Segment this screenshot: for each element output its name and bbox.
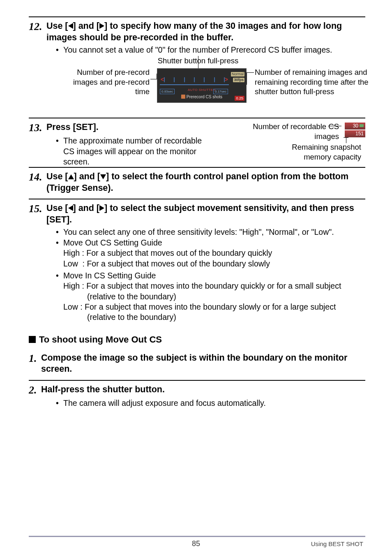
- time-right-box: 0.17sec: [213, 89, 228, 94]
- connector: [198, 56, 198, 69]
- step-title: Press [SET].: [46, 122, 99, 133]
- connector: [247, 72, 254, 73]
- step-title: Half-press the shutter button.: [41, 384, 357, 396]
- arrow-down-icon: [100, 174, 106, 179]
- t: ] and [: [73, 203, 100, 213]
- badge-cs-count: 30: [345, 123, 365, 130]
- connector: [150, 79, 157, 79]
- bullet-text: The approximate number of recordable CS …: [63, 136, 212, 167]
- bullet-text: Move Out CS Setting Guide: [63, 238, 365, 248]
- arrow-left-icon: [68, 23, 73, 29]
- badge-mem-remaining: 151: [345, 130, 365, 137]
- subsection-heading: To shoot using Move Out CS: [29, 334, 365, 345]
- subsection-title: To shoot using Move Out CS: [39, 334, 162, 345]
- prerecord-diagram: Shutter button full-press Number of pre-…: [29, 56, 365, 118]
- time-left-box: 0.83sec: [160, 89, 175, 94]
- red-badge: 0.25: [235, 96, 244, 101]
- chevron-left-icon: <: [161, 76, 164, 83]
- bullet-text: You cannot set a value of "0" for the nu…: [63, 45, 365, 55]
- arrow-up-icon: [68, 174, 74, 179]
- step-number: 14.: [29, 171, 42, 183]
- status-callout: 30 151 Number of recordable CS images Re…: [230, 122, 365, 163]
- arrow-left-icon: [68, 205, 73, 211]
- step-number: 2.: [29, 384, 37, 396]
- arrow-right-icon: [99, 205, 104, 211]
- setting-low: Low : For a subject that moves out of th…: [63, 259, 365, 269]
- badge-normal: Normal: [231, 72, 244, 76]
- setting-high: High : For a subject that moves into the…: [63, 281, 365, 302]
- t: ] and [: [74, 171, 101, 181]
- t: Use [: [46, 203, 68, 213]
- page-footer: 85 Using BEST SHOT: [0, 536, 392, 548]
- diagram-right-label: Number of remaining images and remaining…: [255, 67, 382, 96]
- bullet-dot: •: [56, 271, 63, 281]
- chevron-right-icon: >: [225, 76, 228, 83]
- bullet-text: The camera will adjust exposure and focu…: [63, 398, 365, 408]
- footer-section: Using BEST SHOT: [252, 540, 363, 547]
- page-number: 85: [140, 539, 251, 548]
- t: ] and [: [73, 21, 100, 31]
- bullet-dot: •: [56, 45, 63, 55]
- camera-icon: [360, 124, 364, 127]
- status-label-cs: Number of recordable CS images: [244, 122, 339, 141]
- step-title: Use [] and [] to specify how many of the…: [46, 21, 363, 43]
- bullet-text: Move In CS Setting Guide: [63, 271, 365, 281]
- step-number: 15.: [29, 203, 42, 215]
- arrow-right-icon: [99, 23, 104, 29]
- step-title: Use [] and [] to select the fourth contr…: [46, 171, 363, 194]
- badge-fps: 30fps: [233, 78, 244, 82]
- step-title: Use [] and [] to select the subject move…: [46, 203, 363, 225]
- t: Use [: [46, 21, 68, 31]
- bullet-dot: •: [56, 398, 63, 408]
- diagram-left-label: Number of pre-record images and pre-reco…: [58, 67, 150, 96]
- prerecord-label: Prerecord CS shots: [181, 95, 222, 99]
- bullet-dot: •: [56, 227, 63, 237]
- setting-low: Low : For a subject that moves into the …: [63, 302, 365, 323]
- camera-lcd-mock: < > Normal 30fps 0.83sec AUTO SHUTTER 0.…: [157, 68, 247, 103]
- square-bullet-icon: [29, 336, 36, 343]
- bullet-text: You can select any one of three sensitiv…: [63, 227, 365, 237]
- status-label-mem: Remaining snapshot memory capacity: [275, 142, 361, 161]
- bullet-dot: •: [56, 136, 63, 167]
- step-number: 12.: [29, 21, 42, 33]
- step-title: Compose the image so the subject is with…: [41, 352, 357, 375]
- step-number: 1.: [29, 352, 37, 365]
- auto-shutter-label: AUTO SHUTTER: [188, 88, 216, 92]
- bullet-dot: •: [56, 238, 63, 248]
- t: Use [: [46, 171, 68, 181]
- step-number: 13.: [29, 122, 42, 134]
- setting-high: High : For a subject that moves out of t…: [63, 248, 365, 258]
